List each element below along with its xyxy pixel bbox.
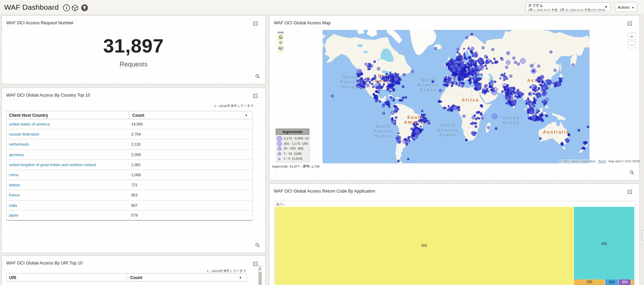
svg-text:South: South [376, 124, 392, 128]
svg-text:Atlantic: Atlantic [437, 128, 459, 132]
svg-text:Indian: Indian [502, 116, 520, 120]
svg-text:South: South [441, 123, 456, 127]
svg-text:Ocean: Ocean [375, 134, 392, 138]
svg-text:Ocean: Ocean [420, 88, 437, 92]
svg-text:Ocean: Ocean [503, 121, 519, 125]
svg-text:Africa: Africa [462, 98, 479, 103]
svg-text:Australia: Australia [543, 130, 569, 135]
svg-text:North: North [343, 75, 358, 79]
svg-text:Atlantic: Atlantic [418, 83, 439, 87]
svg-text:Pacific: Pacific [374, 129, 393, 133]
svg-text:Ocean: Ocean [440, 133, 457, 137]
svg-text:i: i [66, 6, 67, 10]
